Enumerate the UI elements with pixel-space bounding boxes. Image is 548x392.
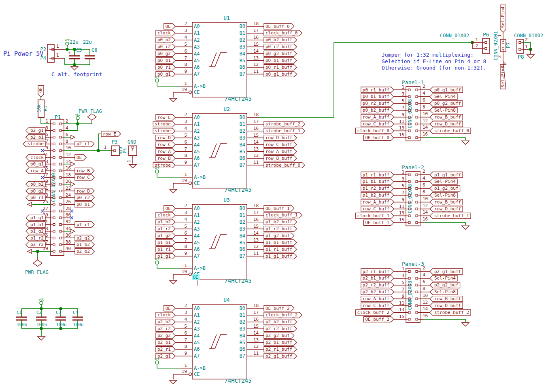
component-value[interactable]: 100n: [73, 322, 84, 327]
component-value[interactable]: 100n: [36, 322, 47, 327]
component-ref[interactable]: U1: [223, 15, 230, 21]
ground-icon[interactable]: [129, 164, 136, 168]
component-ref[interactable]: P7: [505, 42, 511, 49]
pwr-flag-icon[interactable]: [87, 114, 96, 120]
capacitor-icon[interactable]: [72, 317, 83, 320]
pin-number: 14: [423, 306, 428, 311]
flag-arrow-icon[interactable]: [71, 182, 75, 186]
component-value[interactable]: 22u: [70, 39, 79, 45]
pin-number: 2: [184, 21, 187, 26]
component-value[interactable]: 100n: [17, 322, 28, 327]
pin-number: 11: [253, 351, 259, 356]
connector-pin: [111, 150, 116, 152]
net-label-text: p2_r1_buff: [266, 347, 292, 352]
flag-arrow-icon[interactable]: [28, 249, 32, 253]
component-value[interactable]: 74HCT245: [224, 377, 251, 384]
note-text[interactable]: C alt. footprint: [51, 71, 102, 77]
flag-arrow-icon[interactable]: [71, 229, 75, 233]
component-ref[interactable]: Panel-3: [402, 261, 424, 267]
pin-number: 4: [423, 272, 425, 278]
component-ref[interactable]: P3: [112, 139, 117, 145]
component-ref[interactable]: P6: [483, 32, 489, 38]
component-value[interactable]: CONN_01X02: [514, 33, 543, 38]
component-ref[interactable]: C6: [91, 47, 97, 53]
net-label-text: OE_buff_1: [266, 206, 290, 211]
flag-arrow-icon[interactable]: [28, 202, 32, 206]
component-value[interactable]: CONN_01X02: [440, 33, 469, 38]
component-ref[interactable]: U2: [223, 106, 230, 112]
ground-icon[interactable]: [170, 380, 177, 384]
ground-icon[interactable]: [462, 141, 469, 144]
component-ref[interactable]: U4: [223, 297, 230, 303]
capacitor-icon[interactable]: [16, 317, 27, 320]
wire[interactable]: [424, 319, 465, 322]
ground-icon[interactable]: [71, 66, 78, 70]
note-text[interactable]: Pi Power 5V: [3, 50, 43, 57]
ground-icon[interactable]: [462, 322, 469, 326]
note-text[interactable]: Otherwise: Ground (for non-1:32).: [382, 65, 486, 71]
component-ref[interactable]: R1: [43, 106, 48, 111]
component-ref[interactable]: P4: [40, 55, 46, 61]
capacitor-icon[interactable]: [55, 317, 66, 320]
note-text[interactable]: Selection if E-Line on Pin 4 or 8: [382, 58, 486, 64]
pwr-flag-label[interactable]: PWR_FLAG: [79, 108, 102, 114]
flag-arrow-icon[interactable]: [71, 162, 75, 166]
connector-pin: [59, 157, 64, 159]
component-ref[interactable]: Panel-2: [402, 164, 424, 170]
capacitor-icon[interactable]: [69, 56, 80, 59]
ground-icon[interactable]: [527, 55, 534, 58]
ground-icon[interactable]: [170, 98, 177, 102]
vcc-icon[interactable]: [155, 261, 159, 268]
ground-icon[interactable]: [38, 337, 45, 340]
vcc-icon[interactable]: [76, 117, 79, 124]
net-label-text: p0_b1: [157, 58, 171, 63]
component-value[interactable]: 74HCT245: [224, 186, 251, 193]
note-text[interactable]: Jumper for 1:32 multiplexing:: [382, 52, 474, 58]
vcc-icon[interactable]: [155, 361, 159, 368]
pin-name: B4: [240, 142, 245, 148]
ground-icon[interactable]: [462, 226, 469, 229]
component-ref[interactable]: C5: [76, 47, 82, 53]
component-ref[interactable]: P8: [518, 54, 524, 60]
vcc-icon[interactable]: [155, 170, 159, 177]
net-label-text: row_B: [76, 168, 90, 174]
pwr-flag-label[interactable]: PWR_FLAG: [25, 269, 49, 275]
capacitor-icon[interactable]: [85, 56, 95, 59]
component-ref[interactable]: P5: [123, 148, 127, 153]
component-value[interactable]: 74HCT245: [224, 278, 251, 284]
pin-number: 5: [45, 132, 48, 137]
pin-name: A5: [194, 58, 200, 64]
pin-name: B2: [240, 128, 245, 134]
pwr-flag-icon[interactable]: [33, 260, 42, 266]
p6-connector-body[interactable]: [482, 38, 490, 53]
component-ref[interactable]: C3: [56, 310, 61, 315]
flag-arrow-icon[interactable]: [71, 135, 75, 139]
component-ref[interactable]: C4: [73, 310, 79, 315]
component-ref[interactable]: C1: [17, 310, 22, 315]
wire[interactable]: [98, 134, 101, 150]
ground-icon[interactable]: [170, 189, 177, 193]
net-label-text: clock_buff_2: [266, 312, 297, 318]
vcc-icon[interactable]: [155, 79, 159, 86]
net-label-text: row_D: [76, 189, 90, 194]
component-ref[interactable]: P2: [40, 47, 46, 52]
component-value[interactable]: GND: [127, 139, 136, 145]
component-ref[interactable]: Panel-1: [402, 79, 424, 85]
component-value[interactable]: 22u: [83, 39, 92, 45]
p2p4-connector-body[interactable]: [47, 44, 54, 62]
component-ref[interactable]: U3: [223, 197, 230, 203]
component-value[interactable]: 10k: [36, 104, 42, 112]
overlay-text[interactable]: OE: [193, 275, 198, 280]
capacitor-icon[interactable]: [36, 317, 47, 320]
pin-name: B7: [240, 353, 245, 359]
wire[interactable]: [424, 222, 465, 225]
component-ref[interactable]: C2: [36, 310, 42, 315]
component-value[interactable]: 100n: [56, 322, 67, 327]
schematic-canvas: Pi Power 5VC alt. footprintP2P411VCC+22u…: [0, 0, 548, 392]
component-ref[interactable]: P1: [55, 114, 61, 120]
component-value[interactable]: 74HCT245: [224, 95, 251, 102]
pin-number: 15: [399, 314, 404, 319]
ground-icon[interactable]: [170, 280, 177, 284]
pin-number: 13: [399, 307, 404, 312]
wire[interactable]: [424, 138, 465, 140]
